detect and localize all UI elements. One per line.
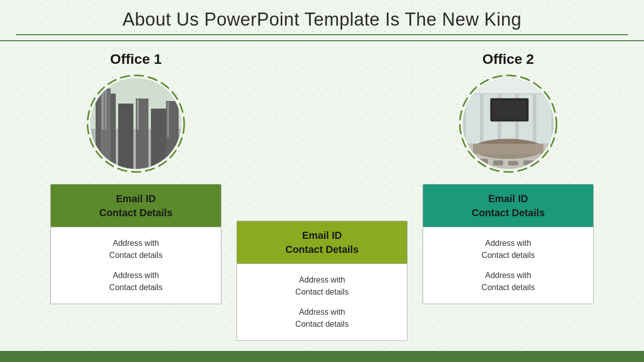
office-1-address2-line2: Contact details	[61, 282, 211, 294]
middle-address-1: Address with Contact details	[247, 274, 397, 298]
footer-bar	[0, 351, 644, 362]
office-2-address-2: Address with Contact details	[433, 269, 583, 294]
office-1-email-label: Email ID Contact Details	[61, 192, 211, 220]
office-1-contact-card: Email ID Contact Details Address with Co…	[50, 184, 221, 304]
office-1-ring-icon	[86, 73, 186, 174]
main-content: Office 1	[0, 41, 644, 351]
office-2-address-1: Address with Contact details	[433, 237, 583, 261]
office-2-ring-icon	[458, 73, 558, 174]
office-1-address1-line2: Contact details	[61, 249, 211, 261]
office-1-column: Office 1	[50, 51, 221, 304]
svg-point-15	[88, 75, 184, 172]
office-1-title: Office 1	[110, 51, 162, 67]
office-2-address1-line2: Contact details	[433, 249, 583, 261]
middle-address2-line1: Address with	[247, 306, 397, 318]
office-2-contact-card: Email ID Contact Details Address with Co…	[423, 184, 594, 304]
office-2-email-label: Email ID Contact Details	[433, 192, 583, 220]
office-1-address-2: Address with Contact details	[61, 269, 211, 294]
office-2-column: Office 2	[423, 51, 594, 304]
middle-email-label: Email ID Contact Details	[247, 228, 397, 256]
middle-address1-line2: Contact details	[247, 286, 397, 298]
office-1-contact-body: Address with Contact details Address wit…	[51, 227, 221, 304]
header-divider	[16, 34, 628, 35]
middle-column: Email ID Contact Details Address with Co…	[236, 221, 408, 341]
office-1-contact-header: Email ID Contact Details	[51, 185, 221, 227]
office-1-address2-line1: Address with	[61, 269, 211, 282]
office-2-address2-line2: Contact details	[433, 282, 583, 294]
middle-contact-card: Email ID Contact Details Address with Co…	[236, 221, 408, 341]
svg-point-33	[460, 75, 556, 172]
middle-contact-header: Email ID Contact Details	[237, 221, 407, 263]
office-2-address1-line1: Address with	[433, 237, 583, 249]
header: About Us PowerPoint Template Is The New …	[0, 0, 644, 41]
middle-address2-line2: Contact details	[247, 318, 397, 330]
middle-address-2: Address with Contact details	[247, 306, 397, 330]
page-title: About Us PowerPoint Template Is The New …	[0, 9, 644, 30]
office-1-address-1: Address with Contact details	[61, 237, 211, 261]
office-2-address2-line1: Address with	[433, 269, 583, 282]
office-2-title: Office 2	[482, 51, 534, 67]
office-2-image-wrapper	[458, 73, 558, 174]
middle-contact-body: Address with Contact details Address wit…	[237, 263, 407, 340]
page-container: About Us PowerPoint Template Is The New …	[0, 0, 644, 362]
office-2-contact-header: Email ID Contact Details	[423, 185, 593, 227]
office-1-address1-line1: Address with	[61, 237, 211, 249]
office-2-contact-body: Address with Contact details Address wit…	[423, 227, 593, 304]
middle-address1-line1: Address with	[247, 274, 397, 286]
office-1-image-wrapper	[86, 73, 186, 174]
